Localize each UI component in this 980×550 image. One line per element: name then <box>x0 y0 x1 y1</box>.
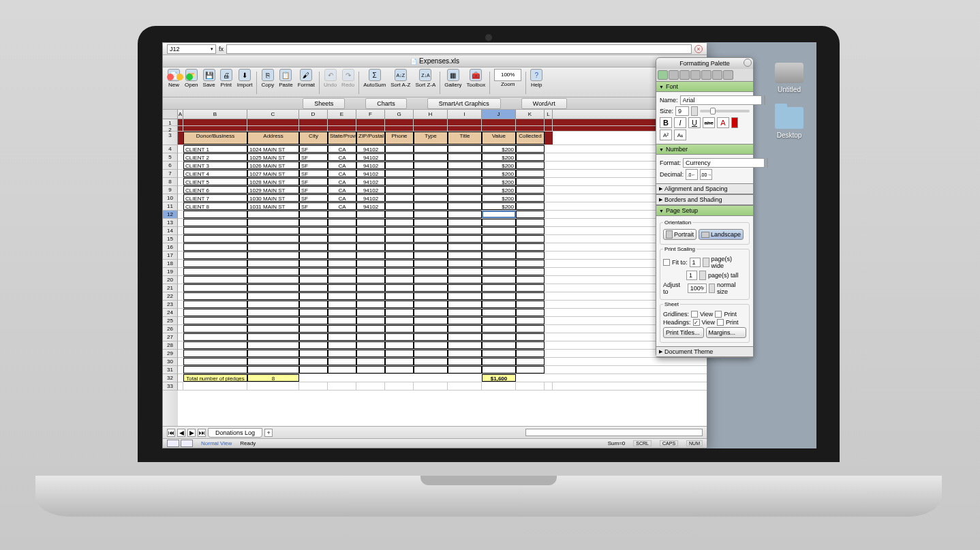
row-header[interactable]: 22 <box>163 292 178 301</box>
cell[interactable]: $200 <box>482 178 516 185</box>
row-header[interactable]: 4 <box>163 145 178 153</box>
row-header[interactable]: 31 <box>163 366 178 374</box>
column-header[interactable]: K <box>516 110 545 119</box>
sheet-nav-next[interactable]: ▶ <box>187 429 196 437</box>
cell[interactable] <box>545 243 553 251</box>
cell[interactable] <box>545 202 553 210</box>
cell[interactable] <box>448 227 482 234</box>
cell[interactable] <box>299 358 328 365</box>
undo-button[interactable]: ↶Undo <box>322 69 339 97</box>
cell[interactable] <box>385 317 414 324</box>
cell[interactable] <box>385 170 414 177</box>
cell[interactable]: CLIENT 7 <box>183 194 247 202</box>
row-header[interactable]: 8 <box>163 178 178 186</box>
column-header[interactable]: A <box>178 110 183 119</box>
cell[interactable] <box>247 235 299 243</box>
cell[interactable] <box>448 153 482 161</box>
cell[interactable]: Donor/Business <box>183 132 247 144</box>
fx-label[interactable]: fx <box>219 46 224 52</box>
row-header[interactable]: 20 <box>163 276 178 284</box>
column-header[interactable]: F <box>356 110 385 119</box>
cell[interactable] <box>356 366 385 373</box>
cell[interactable] <box>448 243 482 251</box>
zoom-selector[interactable]: 100%Zoom <box>492 69 523 97</box>
cell[interactable]: 94102 <box>356 162 385 169</box>
cell[interactable] <box>414 301 448 308</box>
fit-to-wide-input[interactable] <box>690 258 701 267</box>
cell[interactable]: 94102 <box>356 178 385 185</box>
row-header[interactable]: 9 <box>163 186 178 194</box>
cell[interactable] <box>448 119 482 125</box>
cell[interactable] <box>328 374 356 382</box>
decrease-decimal-button[interactable]: .0← <box>686 169 698 180</box>
sheet-nav-prev[interactable]: ◀ <box>177 429 185 437</box>
cell[interactable] <box>183 251 247 259</box>
cell[interactable] <box>385 341 414 349</box>
headings-view-checkbox[interactable]: ✓ <box>693 319 700 326</box>
copy-button[interactable]: ⎘Copy <box>259 69 276 97</box>
cell[interactable] <box>178 268 183 275</box>
cell[interactable] <box>448 325 482 333</box>
cell[interactable]: 1027 MAIN ST <box>247 170 299 177</box>
cell[interactable] <box>178 284 183 292</box>
cell[interactable] <box>482 126 516 131</box>
select-all-corner[interactable] <box>163 110 178 119</box>
cell[interactable]: CLIENT 1 <box>183 145 247 153</box>
cell[interactable] <box>545 358 553 365</box>
cell[interactable] <box>183 119 247 125</box>
fit-to-tall-input[interactable] <box>686 271 697 280</box>
cell[interactable] <box>328 325 356 333</box>
cell[interactable] <box>482 325 516 333</box>
cell[interactable] <box>299 284 328 292</box>
cell[interactable] <box>247 219 299 226</box>
cell[interactable] <box>178 145 183 153</box>
cell[interactable] <box>516 341 545 349</box>
cell[interactable] <box>178 186 183 194</box>
cell[interactable] <box>545 211 553 218</box>
cell[interactable] <box>356 243 385 251</box>
cell[interactable] <box>448 219 482 226</box>
cell[interactable]: Address <box>247 132 299 144</box>
cell[interactable] <box>482 341 516 349</box>
cell[interactable] <box>516 145 545 153</box>
tab-charts[interactable]: Charts <box>365 98 407 109</box>
cell[interactable]: 94102 <box>356 170 385 177</box>
cell[interactable] <box>448 350 482 357</box>
cell[interactable] <box>328 268 356 275</box>
cell[interactable] <box>183 268 247 275</box>
cell[interactable]: 94102 <box>356 153 385 161</box>
row-header[interactable]: 25 <box>163 317 178 325</box>
cell[interactable] <box>516 162 545 169</box>
cell[interactable] <box>356 341 385 349</box>
row-header[interactable]: 29 <box>163 350 178 358</box>
cell[interactable] <box>178 358 183 365</box>
font-size-slider[interactable] <box>700 110 750 112</box>
adjust-to-input[interactable] <box>688 284 707 293</box>
cell[interactable]: 1025 MAIN ST <box>247 153 299 161</box>
cell[interactable] <box>299 119 328 125</box>
sort-za-button[interactable]: Z↓ASort Z-A <box>413 69 438 97</box>
cell[interactable]: SF <box>299 170 328 177</box>
tab-wordart[interactable]: WordArt <box>521 98 567 109</box>
cell[interactable] <box>448 366 482 373</box>
cell[interactable] <box>482 366 516 373</box>
format-button[interactable]: 🖌Format <box>296 69 317 97</box>
cell[interactable] <box>448 251 482 259</box>
gridlines-view-checkbox[interactable] <box>691 311 698 318</box>
row-header[interactable]: 32 <box>163 374 178 382</box>
cell[interactable] <box>356 358 385 365</box>
cell[interactable] <box>356 251 385 259</box>
row-header[interactable]: 15 <box>163 235 178 243</box>
cell[interactable] <box>516 382 545 390</box>
row-header[interactable]: 13 <box>163 219 178 227</box>
cell[interactable] <box>356 374 385 382</box>
cell[interactable] <box>183 292 247 300</box>
cell[interactable]: SF <box>299 162 328 169</box>
dropdown-icon[interactable]: ▾ <box>211 45 213 53</box>
help-button[interactable]: ?Help <box>528 69 545 97</box>
palette-mode-formula-icon[interactable] <box>679 70 690 80</box>
cell[interactable] <box>545 235 553 243</box>
cell[interactable] <box>414 126 448 131</box>
cell[interactable]: CLIENT 2 <box>183 153 247 161</box>
cell[interactable] <box>247 366 299 373</box>
